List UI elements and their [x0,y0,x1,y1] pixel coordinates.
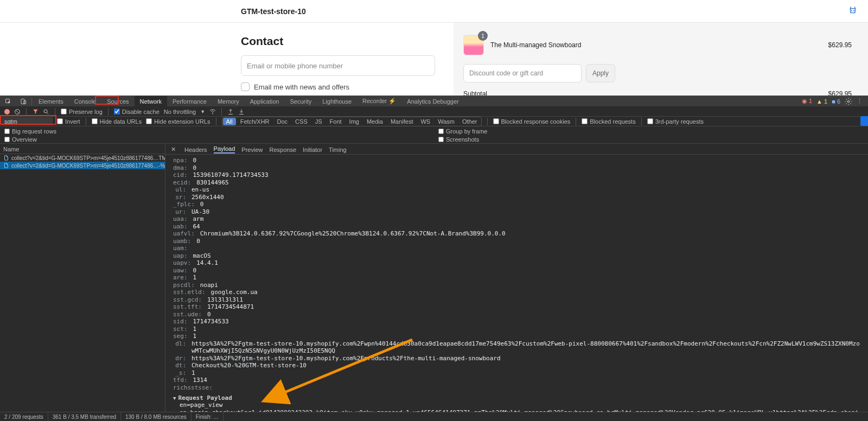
group-frame-checkbox[interactable]: Group by frame [438,127,864,135]
screenshots-checkbox[interactable]: Screenshots [438,135,864,143]
devtools-tab-network[interactable]: Network [135,96,167,107]
checkout-right: 1 The Multi-managed Snowboard $629.95 Di… [454,23,868,95]
devtools-drawer-toggle[interactable] [860,116,868,126]
gear-icon[interactable] [845,98,852,105]
statusbar: 2 / 209 requests 361 B / 3.5 MB transfer… [0,412,868,421]
statusbar-resources: 130 B / 8.0 MB resources [121,412,192,422]
statusbar-requests: 2 / 209 requests [0,412,48,422]
payload-param: tfd1314 [173,377,860,384]
info-count[interactable]: ■ 6 [832,98,840,105]
checkout-left: Contact Email or mobile phone number Ema… [0,23,454,95]
checkout-area: Contact Email or mobile phone number Ema… [0,23,868,95]
third-party-checkbox[interactable]: 3rd-party requests [647,118,704,125]
close-icon[interactable]: ✕ [171,146,176,153]
detail-tab-initiator[interactable]: Initiator [303,146,322,153]
filter-pill-all[interactable]: All [223,118,236,125]
payload-param: cid1539610749.1714734533 [173,171,860,179]
email-field[interactable]: Email or mobile phone number [241,55,435,76]
network-body: Name collect?v=2&tid=G-MOCK69STP>m=45je4… [0,145,868,412]
detail-tab-payload[interactable]: Payload [214,145,235,154]
payload-param: drhttps%3A%2F%2Fgtm-test-store-10.myshop… [173,355,860,362]
blocked-cookies-checkbox[interactable]: Blocked response cookies [493,118,571,125]
filter-pill-manifest[interactable]: Manifest [387,118,417,125]
checkbox-icon [241,82,250,91]
devtools-tab-recorder-[interactable]: Recorder ⚡ [357,96,401,107]
filter-input[interactable] [2,117,53,125]
clear-icon[interactable] [14,109,21,115]
payload-param: richsstsse [173,384,860,392]
upload-icon[interactable] [227,109,234,115]
payload-param: sct1 [173,326,860,333]
payload-param: sst.tft1714734544871 [173,303,860,311]
filter-pill-ws[interactable]: WS [417,118,433,125]
devtools-tab-lighthouse[interactable]: Lighthouse [317,96,357,107]
hide-data-checkbox[interactable]: Hide data URLs [92,118,142,125]
payload-param: dtCheckout%20-%20GTM-test-store-10 [173,362,860,369]
more-icon[interactable]: ⋮ [857,98,863,105]
error-count[interactable]: ◉ 1 [802,98,812,105]
filter-pill-img[interactable]: Img [346,118,362,125]
devtools-tab-performance[interactable]: Performance [167,96,212,107]
search-icon[interactable] [43,109,49,115]
devtools-tab-console[interactable]: Console [69,96,101,107]
throttling-select[interactable]: No throttling [164,109,196,115]
inspect-icon[interactable] [4,98,12,105]
devtools-tab-analytics-debugger[interactable]: Analytics Debugger [401,96,464,107]
detail-tab-response[interactable]: Response [269,146,296,153]
overview-checkbox[interactable]: Overview [4,135,430,143]
payload-param: _s1 [173,369,860,377]
network-filterbar: Invert Hide data URLs Hide extension URL… [0,117,868,126]
filter-icon[interactable] [32,109,39,115]
wifi-icon[interactable] [209,109,216,115]
devtools-tab-elements[interactable]: Elements [33,96,69,107]
request-payload-line: en=page_view [173,401,860,409]
filter-pill-fetch-xhr[interactable]: Fetch/XHR [237,118,273,125]
filter-pill-css[interactable]: CSS [292,118,311,125]
invert-checkbox[interactable]: Invert [57,118,80,125]
detail-tab-preview[interactable]: Preview [241,146,263,153]
payload-param: dlhttps%3A%2F%2Fgtm-test-store-10.myshop… [173,340,860,355]
download-icon[interactable] [238,109,245,115]
devtools-tabs: ElementsConsoleSourcesNetworkPerformance… [0,96,868,107]
request-payload-header[interactable]: Request Payload [173,394,860,401]
request-row[interactable]: collect?v=2&tid=G-MOCK69STP>m=45je4510z8… [0,154,165,162]
filter-pill-other[interactable]: Other [459,118,481,125]
request-list-header[interactable]: Name [0,145,165,154]
news-checkbox[interactable]: Email me with news and offers [241,82,454,91]
request-list: Name collect?v=2&tid=G-MOCK69STP>m=45je4… [0,145,165,412]
payload-param: are1 [173,274,860,282]
payload-body[interactable]: npa0dma0cid1539610749.1714734533ecid8301… [165,155,868,412]
payload-param: npa0 [173,157,860,164]
blocked-reqs-checkbox[interactable]: Blocked requests [582,118,635,125]
payload-param: ecid830144965 [173,179,860,187]
device-icon[interactable] [20,98,27,105]
product-thumbnail: 1 [463,35,484,55]
payload-param: uab64 [173,223,860,231]
record-icon[interactable] [4,109,10,114]
discount-input[interactable]: Discount code or gift card [463,64,582,82]
cart-icon[interactable] [848,6,857,17]
filter-pill-doc[interactable]: Doc [274,118,291,125]
big-rows-checkbox[interactable]: Big request rows [4,127,430,135]
product-name: The Multi-managed Snowboard [490,41,822,49]
detail-tab-timing[interactable]: Timing [329,146,347,153]
devtools-tab-sources[interactable]: Sources [101,96,134,107]
devtools-tab-security[interactable]: Security [284,96,317,107]
payload-param: sid1714734533 [173,318,860,326]
detail-tab-headers[interactable]: Headers [184,146,207,153]
payload-param: seg1 [173,333,860,340]
devtools-tab-memory[interactable]: Memory [212,96,245,107]
preserve-log-checkbox[interactable]: Preserve log [61,109,103,115]
devtools-tab-application[interactable]: Application [245,96,285,107]
warning-count[interactable]: ▲ 1 [816,98,827,105]
filter-pill-media[interactable]: Media [363,118,386,125]
filter-pill-font[interactable]: Font [327,118,345,125]
filter-pill-wasm[interactable]: Wasm [435,118,458,125]
hide-ext-checkbox[interactable]: Hide extension URLs [146,118,210,125]
filter-pill-js[interactable]: JS [312,118,326,125]
payload-param: sst.gcd13l3l3l3l1 [173,296,860,304]
request-row[interactable]: collect?v=2&tid=G-MOCK69STP>m=45je4510z8… [0,162,165,169]
payload-param: sr2560x1440 [173,194,860,201]
disable-cache-checkbox[interactable]: Disable cache [114,109,159,115]
apply-button[interactable]: Apply [586,64,615,82]
